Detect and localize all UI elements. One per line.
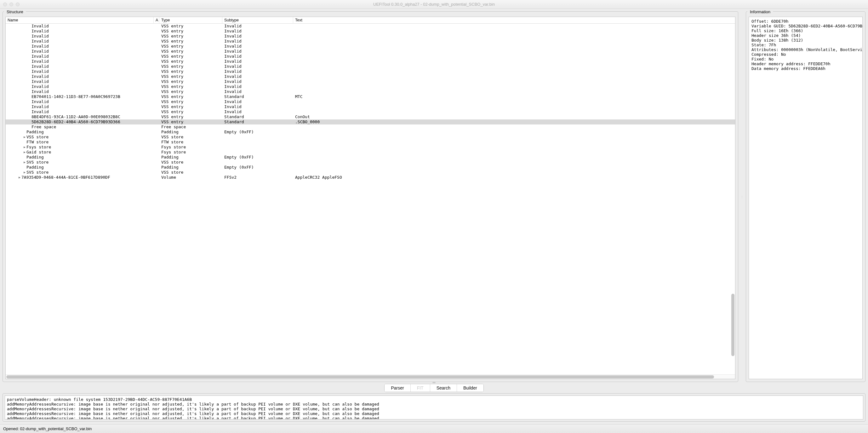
tree-row[interactable]: InvalidVSS entryInvalid — [6, 44, 735, 49]
tree-row-text — [293, 145, 735, 150]
tree-row[interactable]: InvalidVSS entryInvalid — [6, 74, 735, 79]
disclosure-triangle-icon[interactable]: ▶ — [18, 175, 22, 180]
tree-row[interactable]: PaddingPaddingEmpty (0xFF) — [6, 129, 735, 135]
tree-row[interactable]: InvalidVSS entryInvalid — [6, 29, 735, 34]
tree-row[interactable]: 5D62B28D-6ED2-40B4-A560-6CD79B93D366VSS … — [6, 119, 735, 124]
tree-row-name: Padding — [27, 129, 44, 135]
tree-row-name: 8BE4DF61-93CA-11D2-AA0D-00E098032B8C — [31, 114, 120, 119]
tree-row[interactable]: InvalidVSS entryInvalid — [6, 109, 735, 114]
structure-panel: Structure Name A Type Subtype Text Inval… — [2, 11, 738, 382]
tree-row[interactable]: InvalidVSS entryInvalid — [6, 34, 735, 39]
tree-row-type: VSS entry — [159, 104, 222, 109]
information-text[interactable]: Offset: 6DDE70h Variable GUID: 5D62B28D-… — [749, 17, 863, 379]
tree-vertical-scrollbar[interactable] — [731, 24, 735, 370]
tree-row[interactable]: InvalidVSS entryInvalid — [6, 54, 735, 59]
tree-row-subtype — [222, 145, 293, 150]
column-text[interactable]: Text — [293, 17, 735, 23]
tree-row-text — [293, 129, 735, 135]
zoom-icon[interactable] — [16, 2, 20, 6]
tree-row-subtype: Invalid — [222, 109, 293, 114]
tree-row-type: VSS entry — [159, 119, 222, 124]
tab-parser[interactable]: Parser — [384, 384, 410, 392]
tree-row[interactable]: InvalidVSS entryInvalid — [6, 99, 735, 104]
tree-row-type: Padding — [159, 165, 222, 170]
tree-row[interactable]: PaddingPaddingEmpty (0xFF) — [6, 155, 735, 160]
tree-row[interactable]: ▶7A9354D9-0468-444A-81CE-0BF617D890DFVol… — [6, 175, 735, 180]
tree-row-type: Fsys store — [159, 145, 222, 150]
tree-row-name: Padding — [27, 165, 44, 170]
minimize-icon[interactable] — [9, 2, 13, 6]
tree-row[interactable]: ▶Gaid storeFsys store — [6, 150, 735, 155]
tree-row[interactable]: 8BE4DF61-93CA-11D2-AA0D-00E098032B8CVSS … — [6, 114, 735, 119]
status-text: Opened: 02-dump_with_potential_SCBO_var.… — [3, 426, 92, 431]
tree-row-subtype: Invalid — [222, 84, 293, 89]
column-name[interactable]: Name — [6, 17, 154, 23]
tree-row[interactable]: FTW storeFTW store — [6, 140, 735, 145]
log-text[interactable]: parseVolumeHeader: unknown file system 1… — [5, 396, 863, 420]
column-subtype[interactable]: Subtype — [222, 17, 293, 23]
tree-row[interactable]: ▶Fsys storeFsys store — [6, 145, 735, 150]
structure-tree[interactable]: Name A Type Subtype Text InvalidVSS entr… — [5, 17, 735, 379]
tree-row-subtype — [222, 170, 293, 175]
panel-resize-handle[interactable]: ⋮ — [741, 11, 743, 382]
tree-row[interactable]: InvalidVSS entryInvalid — [6, 59, 735, 64]
tab-search[interactable]: Search — [430, 384, 457, 392]
tree-row-text — [293, 59, 735, 64]
tree-row[interactable]: InvalidVSS entryInvalid — [6, 24, 735, 29]
tree-row[interactable]: ▶SVS storeVSS store — [6, 160, 735, 165]
disclosure-triangle-icon[interactable]: ▶ — [23, 145, 27, 150]
tree-row-text — [293, 140, 735, 145]
tree-row-subtype: Invalid — [222, 69, 293, 74]
tree-row[interactable]: InvalidVSS entryInvalid — [6, 89, 735, 94]
tree-row-type: VSS entry — [159, 59, 222, 64]
column-type[interactable]: Type — [159, 17, 222, 23]
tree-row-type: VSS entry — [159, 94, 222, 99]
tree-row-type: VSS entry — [159, 79, 222, 84]
tree-header[interactable]: Name A Type Subtype Text — [6, 17, 735, 24]
tree-row-name: SVS store — [27, 170, 49, 175]
disclosure-triangle-icon[interactable]: ▶ — [23, 150, 27, 155]
tree-row-name: Invalid — [31, 79, 49, 84]
tree-row[interactable]: PaddingPaddingEmpty (0xFF) — [6, 165, 735, 170]
tree-row-subtype: Standard — [222, 114, 293, 119]
tree-row[interactable]: InvalidVSS entryInvalid — [6, 39, 735, 44]
tree-row-type: VSS entry — [159, 49, 222, 54]
tree-row[interactable]: InvalidVSS entryInvalid — [6, 64, 735, 69]
tree-row[interactable]: InvalidVSS entryInvalid — [6, 49, 735, 54]
tree-row[interactable]: InvalidVSS entryInvalid — [6, 84, 735, 89]
tree-row[interactable]: ▶VSS storeVSS store — [6, 135, 735, 140]
tree-row-name: 5D62B28D-6ED2-40B4-A560-6CD79B93D366 — [31, 119, 120, 124]
tree-row-subtype: Invalid — [222, 79, 293, 84]
tree-row-type: VSS entry — [159, 64, 222, 69]
tree-row-name: Invalid — [31, 34, 49, 39]
tab-builder[interactable]: Builder — [457, 384, 484, 392]
tree-row[interactable]: EB704011-1402-11D3-8E77-00A0C969723BVSS … — [6, 94, 735, 99]
tree-row[interactable]: InvalidVSS entryInvalid — [6, 79, 735, 84]
tree-row-type: Free space — [159, 124, 222, 129]
disclosure-triangle-icon[interactable]: ▶ — [23, 135, 27, 140]
tree-row-name: Invalid — [31, 84, 49, 89]
tree-row-text — [293, 165, 735, 170]
tree-row-type: Padding — [159, 129, 222, 135]
titlebar[interactable]: UEFITool 0.30.0_alpha27 - 02-dump_with_p… — [0, 0, 868, 9]
tree-row-type: VSS entry — [159, 109, 222, 114]
tree-row[interactable]: Free spaceFree space — [6, 124, 735, 129]
tree-row-subtype: FFSv2 — [222, 175, 293, 180]
tree-row-name: Fsys store — [27, 145, 51, 150]
close-icon[interactable] — [3, 2, 7, 6]
tree-row-subtype: Invalid — [222, 54, 293, 59]
tab-bar: Parser FIT Search Builder — [384, 384, 484, 392]
tree-row-text — [293, 79, 735, 84]
tree-row[interactable]: InvalidVSS entryInvalid — [6, 104, 735, 109]
column-a[interactable]: A — [154, 17, 159, 23]
tree-row-text: AppleCRC32 AppleFSO — [293, 175, 735, 180]
tree-row-type: VSS entry — [159, 99, 222, 104]
tree-row-type: VSS entry — [159, 34, 222, 39]
tree-row[interactable]: ▶SVS storeVSS store — [6, 170, 735, 175]
tree-horizontal-scrollbar[interactable] — [6, 374, 735, 379]
tree-row-name: Gaid store — [27, 150, 51, 155]
splitter-handle[interactable] — [432, 382, 436, 383]
tree-row[interactable]: InvalidVSS entryInvalid — [6, 69, 735, 74]
disclosure-triangle-icon[interactable]: ▶ — [23, 160, 27, 165]
disclosure-triangle-icon[interactable]: ▶ — [23, 170, 27, 175]
